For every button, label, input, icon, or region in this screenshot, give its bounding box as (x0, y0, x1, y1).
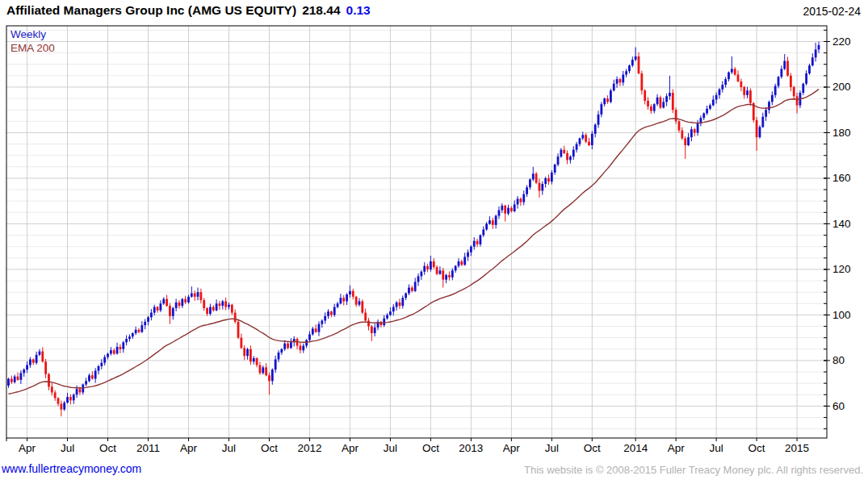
candle-body-down (660, 98, 662, 108)
instrument-title: Affiliated Managers Group Inc (AMG US EQ… (6, 3, 296, 18)
candle-body-up (811, 57, 814, 65)
candle-body-up (359, 301, 361, 304)
candle-body-up (610, 90, 612, 102)
candle-body-down (790, 76, 792, 87)
candle-body-up (318, 324, 321, 332)
candle-body-down (364, 313, 367, 321)
candle-body-up (197, 292, 199, 297)
candle-body-down (199, 292, 202, 300)
candle-body-up (721, 85, 723, 90)
candle-body-up (66, 397, 69, 403)
candle-body-down (212, 307, 215, 311)
candle-body-up (228, 305, 230, 307)
candle-body-up (187, 297, 190, 302)
candle-body-up (724, 79, 727, 85)
candle-body-up (396, 302, 398, 307)
candle-body-up (439, 270, 442, 273)
ema-line (9, 90, 820, 394)
candle-body-up (346, 294, 348, 301)
candle-body-down (352, 291, 354, 297)
candle-body-down (448, 275, 451, 277)
candle-body-down (287, 344, 289, 348)
candle-body-up (554, 165, 556, 173)
candle-body-down (606, 98, 609, 102)
candle-body-up (383, 319, 385, 325)
candle-body-down (749, 90, 752, 103)
candle-body-up (495, 216, 497, 225)
candle-body-up (423, 266, 426, 272)
website-link[interactable]: www.fullertreacymoney.com (2, 462, 141, 475)
candle-body-down (504, 206, 506, 214)
candle-body-up (576, 144, 578, 150)
candle-body-up (262, 367, 264, 373)
candle-body-up (594, 125, 597, 134)
candle-body-down (69, 397, 72, 400)
candle-body-up (209, 307, 212, 314)
candle-body-up (280, 349, 283, 353)
x-axis-label: Oct (584, 442, 601, 454)
candle-body-down (91, 375, 94, 378)
candle-body-up (110, 350, 112, 353)
candle-body-up (598, 115, 600, 125)
candle-body-up (702, 113, 705, 118)
x-axis-label: Oct (261, 442, 278, 454)
candle-body-up (340, 298, 342, 303)
candle-body-down (32, 360, 35, 363)
candle-body-up (746, 90, 748, 95)
candle-body-up (818, 45, 820, 49)
candle-body-up (669, 93, 671, 96)
candle-body-up (709, 106, 711, 109)
candle-body-down (442, 270, 444, 279)
candle-body-up (140, 325, 143, 332)
candle-body-down (231, 305, 233, 313)
candle-body-up (455, 266, 457, 271)
candle-body-up (759, 127, 761, 137)
candle-body-down (256, 358, 258, 365)
candle-body-up (386, 315, 388, 318)
candle-body-down (650, 106, 652, 111)
x-axis-label: 2011 (136, 442, 160, 454)
candle-body-up (768, 102, 770, 110)
candle-body-up (463, 257, 466, 265)
candle-body-down (756, 120, 758, 137)
candle-body-up (278, 353, 280, 359)
candle-body-up (569, 156, 572, 160)
candle-body-up (719, 90, 721, 95)
candle-body-up (349, 291, 351, 294)
candle-body-up (507, 208, 509, 214)
candle-body-up (107, 353, 109, 357)
candle-body-up (522, 194, 525, 202)
candle-body-down (224, 301, 227, 307)
plot-border (6, 26, 827, 438)
candle-body-up (690, 129, 693, 137)
candle-body-up (14, 377, 16, 382)
candle-body-down (203, 300, 205, 308)
candle-body-up (283, 344, 286, 349)
candle-body-up (135, 330, 137, 333)
candle-body-down (644, 90, 646, 101)
candle-body-down (539, 183, 541, 191)
candle-body-down (194, 294, 196, 297)
y-axis-label: 200 (832, 81, 851, 93)
candle-body-up (665, 96, 668, 102)
x-axis-label: Jul (222, 442, 236, 454)
candle-body-down (411, 288, 413, 291)
candle-body-up (100, 363, 103, 366)
candle-body-up (480, 236, 482, 244)
candle-body-up (572, 150, 575, 156)
candle-body-down (638, 56, 640, 73)
x-axis-label: Jul (545, 442, 559, 454)
candle-body-up (128, 336, 131, 339)
x-axis-label: Oct (99, 442, 116, 454)
candle-body-down (169, 306, 171, 316)
candle-body-up (246, 349, 249, 356)
candle-body-up (116, 347, 119, 353)
chart-date: 2015-02-24 (803, 5, 861, 18)
candle-body-up (94, 371, 97, 379)
candle-body-up (312, 328, 314, 334)
legend: Weekly EMA 200 (10, 27, 55, 55)
candle-body-down (60, 404, 62, 410)
candle-body-up (275, 360, 277, 370)
candle-body-down (492, 220, 494, 225)
candle-body-down (54, 392, 57, 398)
